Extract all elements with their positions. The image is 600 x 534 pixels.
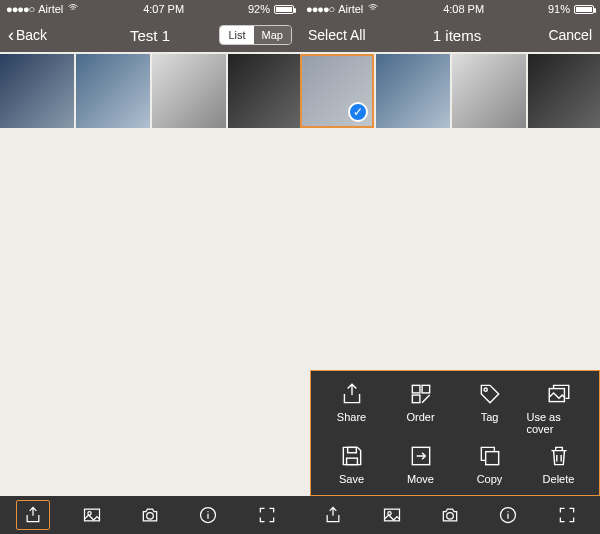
bottom-toolbar-left	[0, 496, 300, 534]
photo-thumb[interactable]	[152, 54, 226, 128]
svg-rect-8	[485, 452, 498, 465]
thumbnail-row-right: ✓	[300, 52, 600, 130]
status-bar-left: ●●●●○ Airtel 4:07 PM 92%	[0, 0, 300, 18]
photo-thumb[interactable]	[452, 54, 526, 128]
photo-thumb[interactable]	[228, 54, 300, 128]
delete-action[interactable]: Delete	[527, 443, 591, 485]
share-tool[interactable]	[16, 500, 50, 530]
svg-rect-1	[422, 385, 430, 393]
cover-action[interactable]: Use as cover	[527, 381, 591, 435]
nav-bar-left: ‹ Back Test 1 List Map	[0, 18, 300, 52]
photo-thumb-selected[interactable]: ✓	[300, 54, 374, 128]
info-tool[interactable]	[491, 500, 525, 530]
photo-thumb[interactable]	[376, 54, 450, 128]
share-icon	[339, 381, 365, 407]
cover-label: Use as cover	[527, 411, 591, 435]
grid-icon	[408, 381, 434, 407]
tag-label: Tag	[481, 411, 499, 423]
photo-thumb[interactable]	[528, 54, 600, 128]
clock-label: 4:07 PM	[143, 3, 184, 15]
battery-pct-label: 91%	[548, 3, 570, 15]
signal-dots-icon: ●●●●○	[6, 3, 34, 15]
order-action[interactable]: Order	[389, 381, 453, 435]
trash-icon	[546, 443, 572, 469]
nav-bar-right: Select All 1 items Cancel	[300, 18, 600, 52]
save-action[interactable]: Save	[320, 443, 384, 485]
select-all-button[interactable]: Select All	[308, 27, 366, 43]
image-stack-icon	[546, 381, 572, 407]
camera-tool[interactable]	[433, 500, 467, 530]
back-label: Back	[16, 27, 47, 43]
status-bar-right: ●●●●○ Airtel 4:08 PM 91%	[300, 0, 600, 18]
svg-rect-2	[412, 395, 420, 403]
move-label: Move	[407, 473, 434, 485]
battery-icon	[574, 5, 594, 14]
thumbnail-row-left	[0, 52, 300, 130]
copy-label: Copy	[477, 473, 503, 485]
chevron-left-icon: ‹	[8, 25, 14, 46]
battery-pct-label: 92%	[248, 3, 270, 15]
back-button[interactable]: ‹ Back	[8, 25, 47, 46]
bottom-toolbar-right	[300, 496, 600, 534]
tag-icon	[477, 381, 503, 407]
expand-tool[interactable]	[250, 500, 284, 530]
svg-point-11	[147, 513, 154, 520]
wifi-icon	[67, 2, 79, 16]
move-action[interactable]: Move	[389, 443, 453, 485]
share-tool[interactable]	[316, 500, 350, 530]
move-icon	[408, 443, 434, 469]
carrier-label: Airtel	[338, 3, 363, 15]
page-title: Test 1	[130, 27, 170, 44]
photo-thumb[interactable]	[0, 54, 74, 128]
save-icon	[339, 443, 365, 469]
battery-icon	[274, 5, 294, 14]
svg-rect-6	[347, 447, 356, 452]
svg-point-3	[484, 388, 487, 391]
photo-tool[interactable]	[375, 500, 409, 530]
expand-tool[interactable]	[550, 500, 584, 530]
selection-count: 1 items	[433, 27, 481, 44]
wifi-icon	[367, 2, 379, 16]
copy-icon	[477, 443, 503, 469]
seg-list[interactable]: List	[220, 26, 253, 44]
delete-label: Delete	[543, 473, 575, 485]
camera-tool[interactable]	[133, 500, 167, 530]
seg-map[interactable]: Map	[254, 26, 291, 44]
clock-label: 4:08 PM	[443, 3, 484, 15]
photo-tool[interactable]	[75, 500, 109, 530]
signal-dots-icon: ●●●●○	[306, 3, 334, 15]
order-label: Order	[406, 411, 434, 423]
info-tool[interactable]	[191, 500, 225, 530]
carrier-label: Airtel	[38, 3, 63, 15]
share-action[interactable]: Share	[320, 381, 384, 435]
tag-action[interactable]: Tag	[458, 381, 522, 435]
photo-thumb[interactable]	[76, 54, 150, 128]
share-label: Share	[337, 411, 366, 423]
check-icon: ✓	[348, 102, 368, 122]
copy-action[interactable]: Copy	[458, 443, 522, 485]
svg-rect-0	[412, 385, 420, 393]
svg-point-15	[447, 513, 454, 520]
svg-rect-5	[346, 458, 357, 465]
cancel-button[interactable]: Cancel	[548, 27, 592, 43]
action-panel: Share Order Tag Use as cover Save Move C…	[310, 370, 600, 496]
save-label: Save	[339, 473, 364, 485]
view-segmented-control: List Map	[219, 25, 292, 45]
